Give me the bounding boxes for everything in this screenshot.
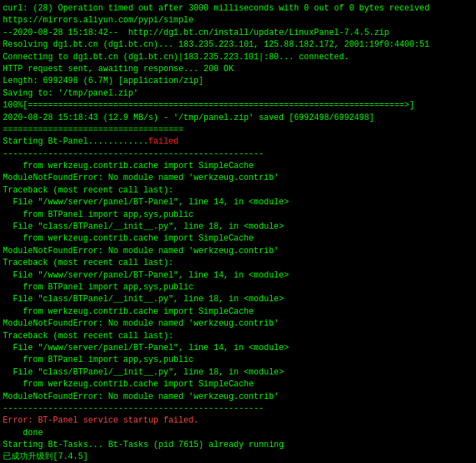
terminal-line: ----------------------------------------… xyxy=(3,403,473,415)
terminal-line: ModuleNotFoundError: No module named 'we… xyxy=(3,245,473,257)
terminal-line: ModuleNotFoundError: No module named 'we… xyxy=(3,318,473,330)
terminal-line: File "/www/server/panel/BT-Panel", line … xyxy=(3,342,473,354)
terminal-line: Length: 6992498 (6.7M) [application/zip] xyxy=(3,75,473,87)
terminal-line: 2020-08-28 15:18:43 (12.9 MB/s) - '/tmp/… xyxy=(3,112,473,124)
terminal-line: HTTP request sent, awaiting response... … xyxy=(3,63,473,75)
terminal-line: File "class/BTPanel/__init__.py", line 1… xyxy=(3,367,473,379)
terminal-line: 已成功升级到[7.4.5] xyxy=(3,451,473,463)
terminal-line: from werkzeug.contrib.cache import Simpl… xyxy=(3,306,473,318)
terminal-line: File "class/BTPanel/__init__.py", line 1… xyxy=(3,294,473,305)
terminal-line: Starting Bt-Panel............failed xyxy=(3,136,473,148)
terminal-line: File "/www/server/panel/BT-Panel", line … xyxy=(3,197,473,208)
terminal-line: from werkzeug.contrib.cache import Simpl… xyxy=(3,160,473,172)
terminal-line: Saving to: '/tmp/panel.zip' xyxy=(3,88,473,100)
terminal-progress-line: 100%[===================================… xyxy=(3,100,473,112)
terminal-line: Traceback (most recent call last): xyxy=(3,331,473,342)
terminal-line: ----------------------------------------… xyxy=(3,149,473,160)
terminal-line: curl: (28) Operation timed out after 300… xyxy=(3,3,473,15)
terminal-line: Starting Bt-Tasks... Bt-Tasks (pid 7615)… xyxy=(3,439,473,451)
terminal-line: Traceback (most recent call last): xyxy=(3,257,473,269)
terminal-line: from BTPanel import app,sys,public xyxy=(3,354,473,366)
terminal-line: Traceback (most recent call last): xyxy=(3,185,473,197)
terminal-line: ModuleNotFoundError: No module named 'we… xyxy=(3,172,473,184)
terminal-done-line: done xyxy=(3,427,473,439)
terminal-line: https://mirrors.aliyun.com/pypi/simple xyxy=(3,15,473,26)
terminal-line: ==================================== xyxy=(3,124,473,136)
terminal-line: Resolving dg1.bt.cn (dg1.bt.cn)... 183.2… xyxy=(3,39,473,51)
terminal-line: ModuleNotFoundError: No module named 'we… xyxy=(3,391,473,403)
terminal-line: from werkzeug.contrib.cache import Simpl… xyxy=(3,233,473,245)
terminal-line: from werkzeug.contrib.cache import Simpl… xyxy=(3,379,473,390)
terminal-line: from BTPanel import app,sys,public xyxy=(3,209,473,221)
terminal-line: from BTPanel import app,sys,public xyxy=(3,282,473,294)
terminal-error-line: Error: BT-Panel service startup failed. xyxy=(3,415,473,427)
terminal-line: Connecting to dg1.bt.cn (dg1.bt.cn)|183.… xyxy=(3,52,473,63)
terminal-line: File "/www/server/panel/BT-Panel", line … xyxy=(3,270,473,282)
terminal-output: curl: (28) Operation timed out after 300… xyxy=(3,3,473,463)
terminal-line: File "class/BTPanel/__init__.py", line 1… xyxy=(3,221,473,233)
terminal-line: --2020-08-28 15:18:42-- http://dg1.bt.cn… xyxy=(3,27,473,39)
